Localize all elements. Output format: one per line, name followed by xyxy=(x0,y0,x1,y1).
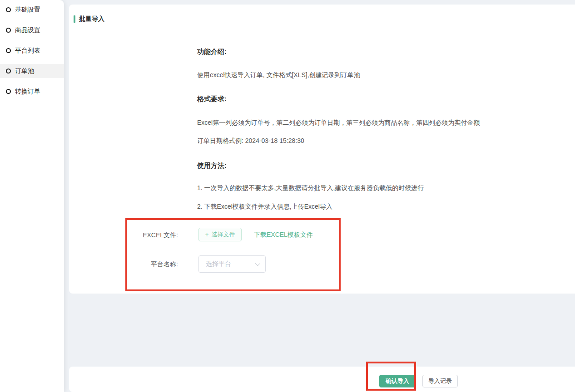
sidebar-item-label: 平台列表 xyxy=(15,47,40,55)
sidebar-item-platform-list[interactable]: 平台列表 xyxy=(0,44,64,58)
section-heading-format: 格式要求: xyxy=(197,94,227,103)
footer-action-bar: 确认导入 导入记录 xyxy=(69,367,575,392)
section-para: Excel第一列必须为订单号，第二列必须为订单日期，第三列必须为商品名称，第四列… xyxy=(197,118,480,127)
import-records-button[interactable]: 导入记录 xyxy=(422,375,458,387)
confirm-import-button[interactable]: 确认导入 xyxy=(379,375,416,387)
section-para: 1. 一次导入的数据不要太多,大量数据请分批导入,建议在服务器负载低的时候进行 xyxy=(197,184,424,192)
main-panel: 批量导入 功能介绍: 使用excel快速导入订单, 文件格式[XLS],创建记录… xyxy=(69,5,575,294)
sidebar-item-label: 订单池 xyxy=(15,67,34,75)
choose-file-label: 选择文件 xyxy=(212,230,235,239)
sidebar-item-basic-settings[interactable]: 基础设置 xyxy=(0,3,64,17)
chevron-down-icon xyxy=(255,261,260,266)
circle-icon xyxy=(6,48,11,53)
circle-icon xyxy=(6,28,11,33)
sidebar-item-product-settings[interactable]: 商品设置 xyxy=(0,23,64,37)
platform-select-placeholder: 选择平台 xyxy=(199,260,255,268)
platform-select[interactable]: 选择平台 xyxy=(198,255,266,273)
platform-name-label: 平台名称: xyxy=(124,260,178,269)
title-accent-bar xyxy=(74,15,75,23)
page: 基础设置 商品设置 平台列表 订单池 转换订单 批量导入 xyxy=(0,0,575,392)
circle-icon xyxy=(6,7,11,12)
section-heading-usage: 使用方法: xyxy=(197,161,227,170)
sidebar-item-convert-orders[interactable]: 转换订单 xyxy=(0,84,64,98)
sidebar-item-label: 商品设置 xyxy=(15,26,40,34)
sidebar-item-label: 基础设置 xyxy=(15,6,40,14)
excel-file-label: EXCEL文件: xyxy=(124,231,178,240)
section-para: 使用excel快速导入订单, 文件格式[XLS],创建记录到订单池 xyxy=(197,71,360,79)
sidebar-item-order-pool[interactable]: 订单池 xyxy=(0,64,64,78)
section-para: 订单日期格式例: 2024-03-18 15:28:30 xyxy=(197,137,304,145)
page-title: 批量导入 xyxy=(74,15,104,23)
download-template-link[interactable]: 下载EXCEL模板文件 xyxy=(254,231,313,239)
page-title-text: 批量导入 xyxy=(79,15,104,23)
choose-file-button[interactable]: + 选择文件 xyxy=(198,228,242,241)
plus-icon: + xyxy=(205,231,208,238)
circle-icon xyxy=(6,69,11,74)
sidebar: 基础设置 商品设置 平台列表 订单池 转换订单 xyxy=(0,0,64,392)
sidebar-item-label: 转换订单 xyxy=(15,88,40,96)
circle-icon xyxy=(6,89,11,94)
sidebar-menu: 基础设置 商品设置 平台列表 订单池 转换订单 xyxy=(0,0,64,98)
section-heading-intro: 功能介绍: xyxy=(197,47,227,56)
section-para: 2. 下载Excel模板文件并录入信息,上传Excel导入 xyxy=(197,202,332,211)
